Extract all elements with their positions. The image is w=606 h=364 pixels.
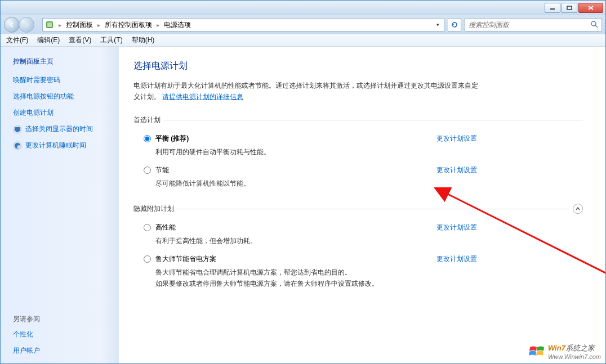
search-box[interactable] [465,18,602,32]
window-frame: ▸ 控制面板 ▸ 所有控制面板项 ▸ 电源选项 ▾ 文件(F) 编辑(E) 查看… [0,0,606,364]
control-panel-icon [45,20,54,29]
plan-desc: 鲁大师节能省电合理调配计算机电源方案，帮您达到省电的目的。 如果要修改或者停用鲁… [155,267,425,289]
svg-line-5 [595,25,598,28]
plan-name: 平衡 (推荐) [155,134,425,143]
collapse-button[interactable] [573,204,583,214]
breadcrumb-bar[interactable]: ▸ 控制面板 ▸ 所有控制面板项 ▸ 电源选项 ▾ [42,18,444,32]
sidebar-item-label: 选择关闭显示器的时间 [25,124,93,134]
chevron-right-icon: ▸ [96,22,101,28]
divider [177,209,569,209]
see-also-personalize[interactable]: 个性化 [13,330,113,339]
plan-desc: 有利于提高性能，但会增加功耗。 [155,236,425,246]
breadcrumb-mid[interactable]: 所有控制面板项 [105,20,152,30]
refresh-icon [451,21,458,29]
section-preferred: 首选计划 [133,115,583,125]
menu-view[interactable]: 查看(V) [69,35,91,45]
plan-name: 节能 [155,165,425,175]
plan-ludashi: 鲁大师节能省电方案 鲁大师节能省电合理调配计算机电源方案，帮您达到省电的目的。 … [133,249,477,291]
nav-buttons [4,17,39,33]
sidebar-item-label: 更改计算机睡眠时间 [25,141,86,150]
sidebar-link-create-plan[interactable]: 创建电源计划 [13,108,113,118]
change-plan-link[interactable]: 更改计划设置 [436,165,477,175]
sidebar-home[interactable]: 控制面板主页 [13,57,113,66]
plan-name: 鲁大师节能省电方案 [155,254,425,264]
plan-saver: 节能 尽可能降低计算机性能以节能。 更改计划设置 [133,160,477,191]
menu-bar: 文件(F) 编辑(E) 查看(V) 工具(T) 帮助(H) [1,34,605,47]
minimize-button[interactable] [545,3,560,13]
svg-rect-3 [47,23,52,27]
body: 控制面板主页 唤醒时需要密码 选择电源按钮的功能 创建电源计划 选择关闭显示器的… [1,47,605,363]
sidebar-see-also: 另请参阅 个性化 用户帐户 [13,314,113,358]
watermark-url: Www.Winwin7.com [548,353,601,360]
svg-rect-6 [15,127,20,131]
plan-radio-high-performance[interactable] [144,224,151,231]
content-area: 选择电源计划 电源计划有助于最大化计算机的性能或者节能。通过选择计划来将其激活，… [119,47,605,363]
sleep-icon [13,141,22,150]
section-hidden-label: 隐藏附加计划 [133,204,174,214]
plan-balanced: 平衡 (推荐) 利用可用的硬件自动平衡功耗与性能。 更改计划设置 [133,128,477,160]
page-title: 选择电源计划 [133,60,583,72]
windows-logo-icon [529,345,545,358]
close-icon [587,5,594,11]
plan-radio-balanced[interactable] [144,135,151,142]
search-icon [590,20,598,30]
back-button[interactable] [4,17,20,33]
close-button[interactable] [578,3,603,13]
svg-rect-0 [550,8,555,10]
see-also-header: 另请参阅 [13,314,113,324]
menu-help[interactable]: 帮助(H) [132,35,155,45]
plan-radio-saver[interactable] [144,167,151,174]
menu-tools[interactable]: 工具(T) [100,35,122,45]
search-input[interactable] [469,21,590,29]
menu-edit[interactable]: 编辑(E) [37,35,60,45]
refresh-button[interactable] [448,18,461,32]
plan-desc: 利用可用的硬件自动平衡功耗与性能。 [155,147,425,158]
watermark-brand-colored: Win7 [548,344,565,352]
arrow-right-icon [23,21,30,29]
watermark: Win7系统之家 Www.Winwin7.com [529,343,601,360]
sidebar: 控制面板主页 唤醒时需要密码 选择电源按钮的功能 创建电源计划 选择关闭显示器的… [1,47,119,363]
monitor-icon [13,125,22,134]
plan-desc: 尽可能降低计算机性能以节能。 [155,178,425,189]
watermark-brand-rest: 系统之家 [565,344,595,352]
svg-point-4 [591,21,596,26]
see-also-user-accounts[interactable]: 用户帐户 [13,346,113,356]
chevron-right-icon: ▸ [57,22,63,28]
plan-name-text: 平衡 [155,134,169,142]
svg-rect-1 [567,6,572,10]
address-bar-row: ▸ 控制面板 ▸ 所有控制面板项 ▸ 电源选项 ▾ [1,15,605,34]
breadcrumb-dropdown[interactable]: ▾ [434,21,442,29]
plan-suffix: (推荐) [171,134,189,142]
plan-name: 高性能 [155,223,425,232]
section-hidden: 隐藏附加计划 [133,204,583,214]
divider [164,120,583,120]
section-preferred-label: 首选计划 [133,115,161,125]
change-plan-link[interactable]: 更改计划设置 [436,254,477,264]
sidebar-link-power-button[interactable]: 选择电源按钮的功能 [13,92,113,101]
sidebar-link-wake-password[interactable]: 唤醒时需要密码 [13,75,113,85]
breadcrumb-root[interactable]: 控制面板 [66,20,93,30]
sidebar-link-sleep-time[interactable]: 更改计算机睡眠时间 [13,141,113,150]
watermark-brand: Win7系统之家 [548,344,595,352]
plan-high-performance: 高性能 有利于提高性能，但会增加功耗。 更改计划设置 [133,217,477,249]
change-plan-link[interactable]: 更改计划设置 [436,223,477,232]
titlebar [1,1,605,15]
svg-rect-7 [16,131,19,132]
maximize-icon [567,6,572,10]
chevron-up-icon [575,206,581,212]
chevron-right-icon: ▸ [155,22,161,28]
forward-button[interactable] [19,17,34,33]
menu-file[interactable]: 文件(F) [6,35,28,45]
plan-radio-ludashi[interactable] [144,255,151,263]
change-plan-link[interactable]: 更改计划设置 [436,134,477,143]
page-description: 电源计划有助于最大化计算机的性能或者节能。通过选择计划来将其激活，或选择计划并通… [133,80,483,103]
breadcrumb-leaf[interactable]: 电源选项 [164,20,191,30]
sidebar-link-display-off[interactable]: 选择关闭显示器的时间 [13,124,113,134]
desc-link[interactable]: 请提供电源计划的详细信息 [162,93,243,101]
arrow-left-icon [8,21,16,29]
maximize-button[interactable] [562,3,577,13]
minimize-icon [550,6,555,10]
